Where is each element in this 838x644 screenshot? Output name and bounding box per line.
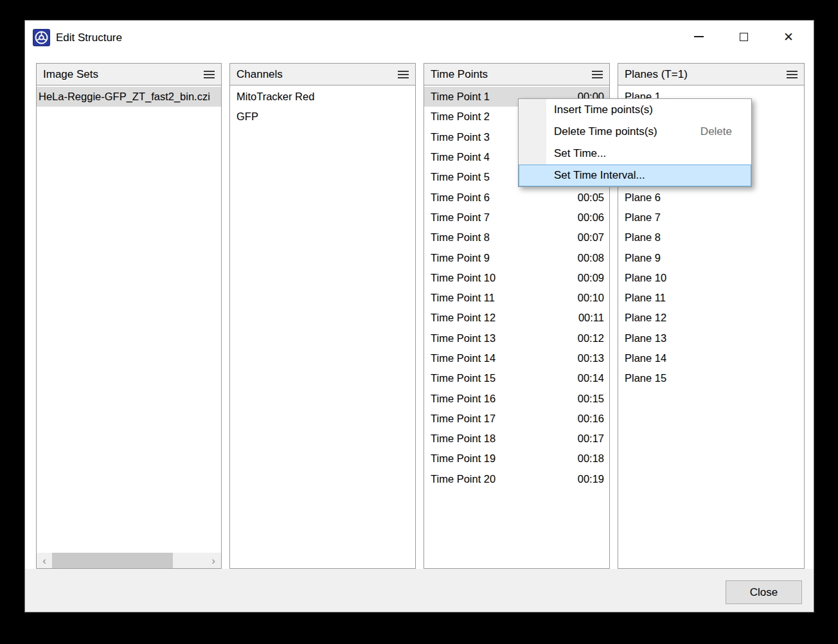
time-value: 00:16: [578, 413, 604, 425]
hamburger-menu-icon[interactable]: [204, 71, 215, 78]
time-point-row-label: Time Point 2: [431, 111, 490, 123]
time-points-context-menu: Insert Time points(s)Delete Time points(…: [518, 98, 752, 187]
channels-title: Channels: [236, 68, 283, 81]
time-points-title: Time Points: [431, 68, 488, 81]
image-sets-list: HeLa-Reggie-GFP_ZT_fast2_bin.czi: [37, 85, 221, 568]
plane-row-label: Plane 8: [625, 231, 661, 244]
time-point-row-label: Time Point 11: [431, 292, 495, 304]
plane-row-label: Plane 13: [625, 332, 666, 344]
time-point-row[interactable]: Time Point 1300:12: [424, 328, 609, 348]
menu-item-set-time-interval[interactable]: Set Time Interval...: [519, 165, 751, 186]
plane-row-label: Plane 7: [625, 211, 661, 224]
close-window-button[interactable]: ✕: [766, 21, 811, 53]
time-point-row[interactable]: Time Point 1600:15: [424, 388, 609, 408]
time-point-row-label: Time Point 20: [431, 473, 495, 485]
time-value: 00:05: [578, 192, 604, 204]
scrollbar-thumb[interactable]: [52, 553, 173, 568]
time-value: 00:06: [578, 211, 604, 224]
scroll-right-icon[interactable]: ›: [206, 553, 221, 568]
time-point-row[interactable]: Time Point 2000:19: [424, 469, 609, 489]
time-point-row[interactable]: Time Point 1900:18: [424, 449, 609, 469]
plane-row[interactable]: Plane 10: [618, 268, 804, 288]
plane-row[interactable]: Plane 8: [618, 228, 804, 247]
time-point-row-label: Time Point 18: [431, 433, 495, 445]
image-set-row-label: HeLa-Reggie-GFP_ZT_fast2_bin.czi: [39, 91, 210, 103]
hamburger-menu-icon[interactable]: [592, 71, 603, 78]
channels-list: MitoTracker RedGFP: [230, 85, 415, 568]
time-value: 00:08: [578, 252, 604, 264]
menu-item-shortcut: Delete: [700, 125, 742, 138]
horizontal-scrollbar[interactable]: ‹ ›: [37, 553, 221, 568]
plane-row[interactable]: Plane 13: [618, 328, 804, 348]
zen-app-icon: [33, 29, 50, 46]
time-point-row-label: Time Point 13: [431, 332, 495, 344]
maximize-button[interactable]: [721, 21, 766, 53]
plane-row[interactable]: Plane 6: [618, 187, 804, 207]
image-set-row[interactable]: HeLa-Reggie-GFP_ZT_fast2_bin.czi: [37, 87, 221, 107]
plane-row-label: Plane 11: [625, 292, 666, 304]
plane-row-label: Plane 9: [625, 252, 661, 264]
plane-row-label: Plane 15: [625, 372, 666, 384]
time-point-row[interactable]: Time Point 1500:14: [424, 368, 609, 388]
time-value: 00:12: [578, 332, 604, 344]
time-point-row-label: Time Point 6: [431, 192, 490, 204]
time-point-row-label: Time Point 16: [431, 393, 495, 405]
time-point-row[interactable]: Time Point 1700:16: [424, 409, 609, 429]
time-point-row-label: Time Point 19: [431, 452, 495, 465]
plane-row[interactable]: Plane 15: [618, 368, 804, 388]
minimize-button[interactable]: [676, 21, 721, 53]
time-value: 00:19: [578, 473, 604, 485]
channels-panel: Channels MitoTracker RedGFP: [229, 63, 416, 569]
time-point-row[interactable]: Time Point 800:07: [424, 228, 609, 247]
time-point-row[interactable]: Time Point 1000:09: [424, 268, 609, 288]
plane-row-label: Plane 6: [625, 192, 661, 204]
time-value: 00:07: [578, 231, 604, 244]
time-value: 00:09: [578, 272, 604, 284]
menu-item-insert-time-points-s[interactable]: Insert Time points(s): [519, 99, 751, 121]
time-point-row[interactable]: Time Point 700:06: [424, 208, 609, 228]
time-value: 00:15: [578, 393, 604, 405]
time-point-row-label: Time Point 9: [431, 252, 490, 264]
dialog-footer: Close: [25, 569, 814, 612]
planes-header: Planes (T=1): [618, 64, 804, 85]
hamburger-menu-icon[interactable]: [398, 71, 409, 78]
time-point-row-label: Time Point 5: [431, 171, 490, 183]
time-point-row[interactable]: Time Point 1200:11: [424, 308, 609, 328]
menu-item-set-time[interactable]: Set Time...: [519, 143, 751, 165]
channel-row[interactable]: GFP: [230, 107, 415, 127]
plane-row[interactable]: Plane 9: [618, 247, 804, 267]
plane-row[interactable]: Plane 14: [618, 348, 804, 368]
time-points-header: Time Points: [424, 64, 609, 85]
time-value: 00:17: [578, 433, 604, 445]
plane-row[interactable]: Plane 7: [618, 208, 804, 228]
image-sets-header: Image Sets: [37, 64, 221, 85]
time-point-row[interactable]: Time Point 1100:10: [424, 288, 609, 308]
scroll-left-icon[interactable]: ‹: [37, 553, 52, 568]
time-point-row[interactable]: Time Point 900:08: [424, 247, 609, 267]
plane-row[interactable]: Plane 12: [618, 308, 804, 328]
menu-item-delete-time-points-s[interactable]: Delete Time points(s)Delete: [519, 121, 751, 143]
channels-header: Channels: [230, 64, 415, 85]
time-point-row[interactable]: Time Point 1800:17: [424, 429, 609, 449]
time-value: 00:11: [578, 312, 604, 324]
menu-item-label: Delete Time points(s): [554, 125, 657, 138]
title-bar: Edit Structure ✕: [25, 21, 814, 59]
channel-row-label: MitoTracker Red: [236, 91, 314, 103]
time-point-row[interactable]: Time Point 1400:13: [424, 348, 609, 368]
time-point-row-label: Time Point 12: [431, 312, 495, 324]
close-button[interactable]: Close: [726, 580, 802, 604]
hamburger-menu-icon[interactable]: [787, 71, 798, 78]
channel-row[interactable]: MitoTracker Red: [230, 87, 415, 107]
time-point-row-label: Time Point 15: [431, 372, 495, 384]
plane-row[interactable]: Plane 11: [618, 288, 804, 308]
time-value: 00:18: [578, 452, 604, 465]
time-point-row-label: Time Point 3: [431, 131, 490, 143]
plane-row-label: Plane 10: [625, 272, 666, 284]
time-value: 00:13: [578, 352, 604, 364]
image-sets-panel: Image Sets HeLa-Reggie-GFP_ZT_fast2_bin.…: [36, 63, 222, 569]
time-point-row-label: Time Point 4: [431, 151, 490, 163]
time-point-row-label: Time Point 10: [431, 272, 495, 284]
time-point-row-label: Time Point 14: [431, 352, 495, 364]
maximize-icon: [740, 33, 748, 41]
time-point-row[interactable]: Time Point 600:05: [424, 187, 609, 207]
